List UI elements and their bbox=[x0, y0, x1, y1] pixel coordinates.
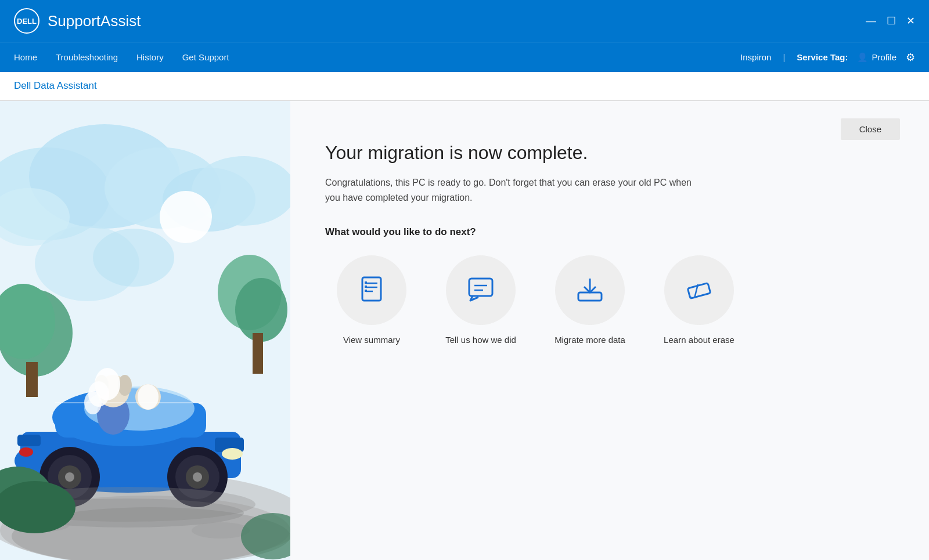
next-label: What would you like to do next? bbox=[325, 226, 894, 238]
svg-point-14 bbox=[235, 278, 287, 342]
profile-label: Profile bbox=[872, 52, 896, 62]
dell-logo: DELL bbox=[14, 8, 39, 34]
device-name: Inspiron bbox=[740, 52, 771, 62]
settings-icon[interactable]: ⚙ bbox=[906, 51, 915, 64]
svg-point-27 bbox=[19, 447, 33, 457]
migrate-more-button[interactable]: Migrate more data bbox=[543, 255, 636, 346]
nav-history[interactable]: History bbox=[136, 50, 164, 64]
service-tag-label: Service Tag: bbox=[797, 52, 848, 62]
nav-links: Home Troubleshooting History Get Support bbox=[14, 50, 740, 64]
nav-troubleshooting[interactable]: Troubleshooting bbox=[56, 50, 118, 64]
tell-us-label: Tell us how we did bbox=[445, 334, 516, 346]
window-controls: — ☐ ✕ bbox=[866, 16, 915, 26]
svg-rect-58 bbox=[365, 286, 367, 288]
nav-get-support[interactable]: Get Support bbox=[182, 50, 229, 64]
learn-erase-label: Learn about erase bbox=[664, 334, 734, 346]
app-title: SupportAssist bbox=[48, 12, 866, 30]
illustration-area bbox=[0, 101, 290, 560]
view-summary-button[interactable]: View summary bbox=[325, 255, 418, 346]
svg-point-31 bbox=[193, 472, 202, 482]
svg-rect-59 bbox=[365, 290, 367, 292]
content-area: Close Your migration is now complete. Co… bbox=[290, 101, 929, 560]
close-button[interactable]: Close bbox=[841, 118, 900, 140]
migrate-icon bbox=[575, 274, 605, 306]
erase-icon bbox=[684, 274, 714, 306]
svg-rect-60 bbox=[469, 279, 492, 296]
profile-icon: 👤 bbox=[857, 52, 868, 63]
migration-description: Congratulations, this PC is ready to go.… bbox=[325, 175, 708, 205]
pipe-divider: | bbox=[783, 52, 785, 62]
migration-title: Your migration is now complete. bbox=[325, 142, 894, 164]
svg-point-25 bbox=[222, 448, 243, 460]
sub-header-title: Dell Data Assistant bbox=[14, 80, 97, 92]
migrate-more-circle bbox=[555, 255, 625, 325]
view-summary-label: View summary bbox=[343, 334, 400, 346]
view-summary-circle bbox=[337, 255, 406, 325]
svg-point-35 bbox=[65, 472, 74, 482]
learn-erase-circle bbox=[664, 255, 734, 325]
svg-point-9 bbox=[160, 191, 212, 243]
tell-us-circle bbox=[446, 255, 516, 325]
svg-point-49 bbox=[192, 522, 250, 539]
summary-icon bbox=[357, 274, 387, 306]
tell-us-button[interactable]: Tell us how we did bbox=[434, 255, 527, 346]
migrate-more-label: Migrate more data bbox=[554, 334, 625, 346]
profile-area[interactable]: 👤 Profile bbox=[857, 52, 896, 63]
close-window-button[interactable]: ✕ bbox=[906, 16, 915, 26]
feedback-icon bbox=[466, 274, 496, 306]
maximize-button[interactable]: ☐ bbox=[887, 16, 896, 26]
title-bar: DELL SupportAssist — ☐ ✕ bbox=[0, 0, 929, 42]
main-content: Close Your migration is now complete. Co… bbox=[0, 101, 929, 560]
svg-rect-53 bbox=[362, 277, 381, 301]
svg-rect-26 bbox=[17, 435, 41, 446]
sub-header: Dell Data Assistant bbox=[0, 72, 929, 101]
svg-rect-15 bbox=[253, 333, 263, 374]
nav-home[interactable]: Home bbox=[14, 50, 37, 64]
minimize-button[interactable]: — bbox=[866, 16, 876, 26]
svg-rect-57 bbox=[365, 281, 367, 284]
nav-right: Inspiron | Service Tag: 👤 Profile ⚙ bbox=[740, 51, 915, 64]
svg-point-8 bbox=[93, 229, 174, 287]
svg-rect-63 bbox=[578, 292, 602, 301]
svg-point-44 bbox=[138, 384, 159, 410]
nav-bar: Home Troubleshooting History Get Support… bbox=[0, 42, 929, 72]
learn-erase-button[interactable]: Learn about erase bbox=[653, 255, 746, 346]
action-buttons: View summary Tell us how we did bbox=[325, 255, 894, 346]
svg-rect-12 bbox=[26, 362, 38, 397]
